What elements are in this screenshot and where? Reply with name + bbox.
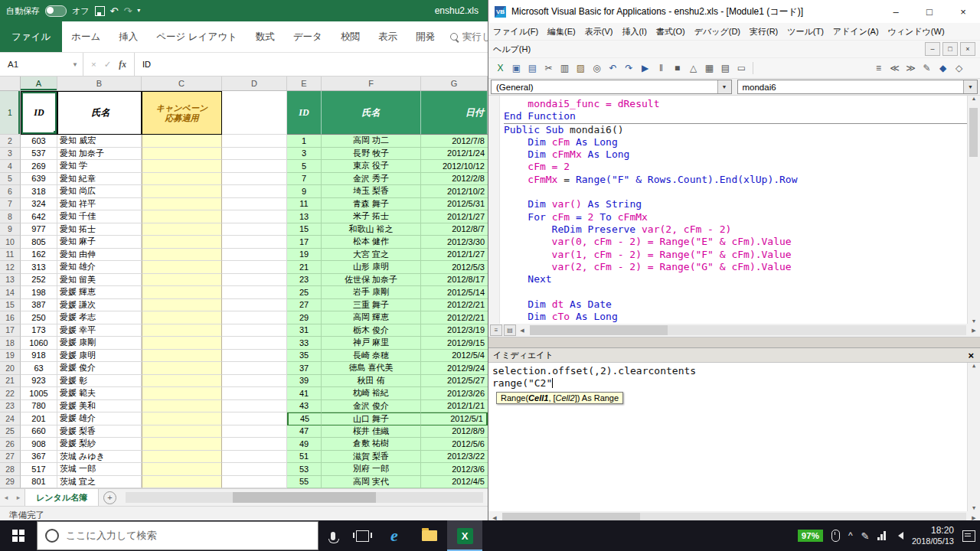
cell[interactable]: 17 bbox=[287, 236, 322, 249]
split-handle-icon[interactable]: ≡ bbox=[490, 324, 502, 336]
cell[interactable] bbox=[222, 286, 287, 299]
cell[interactable]: 滋賀 梨香 bbox=[322, 451, 421, 464]
minimize-button[interactable]: – bbox=[879, 0, 913, 23]
cell[interactable]: 愛媛 幸平 bbox=[57, 324, 142, 337]
cell[interactable]: 2012/3/6 bbox=[421, 463, 488, 476]
taskbar-app-edge[interactable]: e bbox=[377, 520, 412, 551]
menu-item-5[interactable]: 書式(O) bbox=[652, 23, 690, 40]
scroll-up-icon[interactable]: ▲ bbox=[972, 96, 977, 101]
cell[interactable] bbox=[222, 324, 287, 337]
cell[interactable]: 愛知 威宏 bbox=[57, 135, 142, 148]
redo-icon[interactable]: ↷ bbox=[622, 61, 636, 76]
cell[interactable]: 和歌山 裕之 bbox=[322, 223, 421, 236]
row-header-10[interactable]: 10 bbox=[0, 236, 21, 249]
immediate-window[interactable]: selection.offset(,2).clearcontentsrange(… bbox=[488, 363, 980, 511]
cell[interactable] bbox=[142, 249, 222, 262]
task-view-button[interactable] bbox=[348, 520, 377, 551]
cell[interactable]: 東京 役子 bbox=[322, 160, 421, 173]
mdi-restore-icon[interactable]: □ bbox=[942, 42, 958, 56]
cell[interactable]: 愛知 加奈子 bbox=[57, 148, 142, 161]
properties-window-icon[interactable]: ▤ bbox=[718, 61, 733, 76]
cell[interactable] bbox=[222, 236, 287, 249]
undo-icon[interactable]: ↶ bbox=[110, 6, 119, 16]
column-header-A[interactable]: A bbox=[21, 77, 57, 90]
cell[interactable]: 愛知 千佳 bbox=[57, 210, 142, 223]
cell[interactable]: 大宮 宜之 bbox=[322, 249, 421, 262]
cell[interactable]: 2012/5/31 bbox=[421, 198, 488, 211]
cell[interactable]: 55 bbox=[287, 476, 322, 489]
cell[interactable]: 11 bbox=[287, 198, 322, 211]
row-header-26[interactable]: 26 bbox=[0, 438, 21, 451]
cell[interactable]: 41 bbox=[287, 387, 322, 400]
cell[interactable] bbox=[222, 412, 287, 425]
cell[interactable] bbox=[142, 210, 222, 223]
cell[interactable] bbox=[142, 362, 222, 375]
cell[interactable]: 39 bbox=[287, 375, 322, 388]
ribbon-tab-2[interactable]: ホーム bbox=[62, 21, 109, 52]
cell[interactable] bbox=[142, 286, 222, 299]
cell[interactable]: 愛知 拓士 bbox=[57, 223, 142, 236]
cell[interactable]: 高岡 功二 bbox=[322, 135, 421, 148]
cell[interactable]: 岩手 康剛 bbox=[322, 286, 421, 299]
cell[interactable] bbox=[222, 350, 287, 363]
chevron-down-icon[interactable]: ▼ bbox=[963, 80, 977, 93]
immediate-close-icon[interactable]: × bbox=[968, 350, 980, 361]
tell-me-search[interactable]: 実行したい作業を入力 bbox=[450, 21, 488, 52]
cell[interactable]: 35 bbox=[287, 350, 322, 363]
row-header-29[interactable]: 29 bbox=[0, 476, 21, 489]
cell[interactable] bbox=[222, 249, 287, 262]
cell[interactable]: 1005 bbox=[21, 387, 57, 400]
cell[interactable]: 51 bbox=[287, 451, 322, 464]
cell[interactable]: 31 bbox=[287, 324, 322, 337]
cell[interactable]: 367 bbox=[21, 451, 57, 464]
scroll-track[interactable] bbox=[502, 513, 966, 520]
scroll-right-icon[interactable]: ▶ bbox=[968, 328, 980, 334]
cell[interactable]: 2012/7/8 bbox=[421, 135, 488, 148]
cell[interactable]: 252 bbox=[21, 274, 57, 287]
cell[interactable]: 603 bbox=[21, 135, 57, 148]
column-header-B[interactable]: B bbox=[57, 77, 142, 90]
cell[interactable]: 愛媛 梨紗 bbox=[57, 438, 142, 451]
ribbon-tab-4[interactable]: ページ レイアウト bbox=[147, 21, 247, 52]
cell[interactable]: 780 bbox=[21, 400, 57, 413]
row-header-27[interactable]: 27 bbox=[0, 451, 21, 464]
cell[interactable]: 山口 舞子 bbox=[322, 412, 421, 425]
cell[interactable]: 2012/5/14 bbox=[421, 286, 488, 299]
cell[interactable] bbox=[142, 223, 222, 236]
cell[interactable]: 29 bbox=[287, 311, 322, 324]
cell[interactable] bbox=[142, 299, 222, 312]
row-header-21[interactable]: 21 bbox=[0, 375, 21, 388]
cell[interactable]: 山形 康明 bbox=[322, 261, 421, 274]
row-header-19[interactable]: 19 bbox=[0, 350, 21, 363]
cell[interactable]: 2012/2/21 bbox=[421, 311, 488, 324]
menu-item-2[interactable]: 編集(E) bbox=[543, 23, 580, 40]
ribbon-tab-6[interactable]: データ bbox=[284, 21, 332, 52]
ribbon-tab-5[interactable]: 数式 bbox=[247, 21, 284, 52]
cell[interactable] bbox=[142, 236, 222, 249]
paste-icon[interactable]: ▨ bbox=[573, 61, 588, 76]
volume-icon[interactable] bbox=[894, 532, 903, 540]
cell[interactable]: 愛知 紀章 bbox=[57, 173, 142, 186]
cell[interactable]: 2012/4/5 bbox=[421, 476, 488, 489]
cell[interactable]: 2012/1/21 bbox=[421, 400, 488, 413]
scroll-right-icon[interactable]: ▶ bbox=[968, 515, 980, 521]
network-icon[interactable] bbox=[877, 531, 886, 540]
cell[interactable] bbox=[222, 463, 287, 476]
mouse-icon[interactable] bbox=[831, 530, 840, 542]
cell[interactable]: 青森 舞子 bbox=[322, 198, 421, 211]
object-combo[interactable]: (General) ▼ bbox=[491, 80, 732, 94]
cell[interactable]: 642 bbox=[21, 210, 57, 223]
insert-function-icon[interactable]: fx bbox=[119, 60, 126, 69]
cell[interactable]: 21 bbox=[287, 261, 322, 274]
cell[interactable] bbox=[142, 425, 222, 439]
cell[interactable]: 愛媛 孝志 bbox=[57, 311, 142, 324]
cell[interactable]: 桜井 佳織 bbox=[322, 425, 421, 439]
row-header-3[interactable]: 3 bbox=[0, 148, 21, 161]
taskbar-app-excel[interactable]: X bbox=[447, 520, 482, 551]
cell[interactable] bbox=[142, 463, 222, 476]
cell[interactable] bbox=[222, 148, 287, 161]
cell[interactable]: 徳島 喜代美 bbox=[322, 362, 421, 375]
scroll-thumb[interactable] bbox=[502, 513, 640, 520]
procedure-combo[interactable]: mondai6 ▼ bbox=[737, 80, 978, 94]
pen-icon[interactable]: ✎ bbox=[861, 530, 870, 542]
